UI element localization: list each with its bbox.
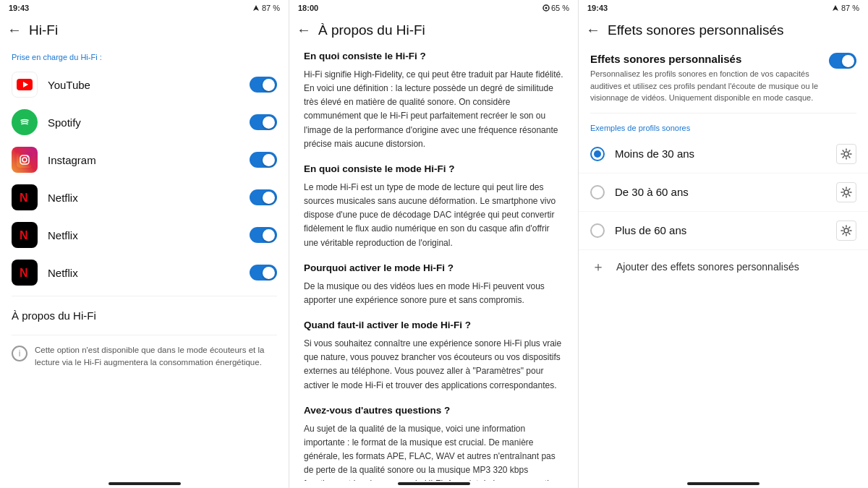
svg-point-17 <box>844 228 848 233</box>
top-bar-2: ← À propos du Hi-Fi <box>289 16 578 44</box>
faq-answer-0: Hi-Fi signifie High-Fidelity, ce qui peu… <box>304 68 563 151</box>
faq-0: En quoi consiste le Hi-Fi ? Hi-Fi signif… <box>304 50 563 151</box>
add-profile-row[interactable]: ＋ Ajouter des effets sonores personnalis… <box>579 250 868 283</box>
back-button-1[interactable]: ← <box>7 22 22 38</box>
status-icons-3: 87 % <box>831 4 859 12</box>
netflix-logo-3: N <box>17 265 33 281</box>
add-icon: ＋ <box>590 259 606 275</box>
section-label-1: Prise en charge du Hi-Fi : <box>0 44 289 66</box>
battery-1: 87 % <box>262 4 280 12</box>
app-icon-netflix-1: N <box>12 184 38 210</box>
panel-hifi: 19:43 87 % ← Hi-Fi Prise en charge du Hi… <box>0 0 289 488</box>
card-description: Personnalisez les profils sonores en fon… <box>590 68 822 104</box>
radio-0[interactable] <box>590 147 605 161</box>
toggle-netflix-1[interactable] <box>250 189 277 205</box>
time-2: 18:00 <box>298 4 318 12</box>
app-name-netflix-2: Netflix <box>48 229 239 241</box>
card-text: Effets sonores personnalisés Personnalis… <box>590 53 822 104</box>
divider-2 <box>12 335 277 335</box>
info-text: Cette option n'est disponible que dans l… <box>35 344 277 369</box>
time-3: 19:43 <box>587 4 608 12</box>
toggle-sound-effects[interactable] <box>829 53 856 69</box>
add-profile-label: Ajouter des effets sonores personnalisés <box>616 261 799 273</box>
app-name-spotify: Spotify <box>48 116 239 129</box>
svg-text:N: N <box>20 192 28 204</box>
panel1-content: Prise en charge du Hi-Fi : YouTube <box>0 44 289 481</box>
back-button-3[interactable]: ← <box>586 22 600 38</box>
app-row-netflix-2: N Netflix <box>0 216 289 254</box>
info-icon: i <box>12 346 27 361</box>
faq-answer-2: De la musique ou des vidéos lues en mode… <box>304 280 563 307</box>
netflix-logo-1: N <box>17 189 33 205</box>
page-title-1: Hi-Fi <box>29 22 58 38</box>
panel-about-hifi: 18:00 65 % ← À propos du Hi-Fi En quoi c… <box>289 0 579 488</box>
battery-3: 87 % <box>841 4 859 12</box>
netflix-logo-2: N <box>17 227 33 243</box>
app-name-netflix-3: Netflix <box>48 267 239 279</box>
instagram-logo <box>17 152 33 168</box>
faq-question-0: En quoi consiste le Hi-Fi ? <box>304 50 563 64</box>
panel-sound-effects: 19:43 87 % ← Effets sonores personnalisé… <box>579 0 868 488</box>
radio-1[interactable] <box>590 185 605 200</box>
time-1: 19:43 <box>9 4 29 12</box>
nav-indicator-3 <box>579 481 868 488</box>
radio-2[interactable] <box>590 223 605 238</box>
faq-2: Pourquoi activer le mode Hi-Fi ? De la m… <box>304 262 563 307</box>
toggle-youtube[interactable] <box>250 77 277 93</box>
toggle-netflix-3[interactable] <box>250 265 277 281</box>
svg-text:N: N <box>20 229 28 241</box>
back-button-2[interactable]: ← <box>297 22 311 38</box>
nav-bar-3 <box>687 482 760 485</box>
divider-1 <box>12 296 277 296</box>
svg-rect-3 <box>17 152 33 168</box>
faq-1: En quoi consiste le mode Hi-Fi ? Le mode… <box>304 163 563 250</box>
gear-icon-2 <box>841 225 852 236</box>
card-title: Effets sonores personnalisés <box>590 53 822 65</box>
divider-3 <box>590 113 856 114</box>
status-icons-2: 65 % <box>542 4 569 12</box>
panel2-content: En quoi consiste le Hi-Fi ? Hi-Fi signif… <box>289 44 578 481</box>
profile-row-1[interactable]: De 30 à 60 ans <box>579 174 868 212</box>
svg-point-15 <box>844 152 848 156</box>
profile-row-2[interactable]: Plus de 60 ans <box>579 212 868 250</box>
toggle-instagram[interactable] <box>250 152 277 168</box>
status-bar-2: 18:00 65 % <box>289 0 578 16</box>
status-bar-3: 19:43 87 % <box>579 0 868 16</box>
faq-question-2: Pourquoi activer le mode Hi-Fi ? <box>304 262 563 275</box>
app-row-instagram: Instagram <box>0 141 289 179</box>
info-row: i Cette option n'est disponible que dans… <box>0 340 289 374</box>
profile-row-0[interactable]: Moins de 30 ans <box>579 135 868 174</box>
app-row-netflix-1: N Netflix <box>0 179 289 216</box>
nav-bar-1 <box>109 482 181 485</box>
gear-button-1[interactable] <box>836 182 856 202</box>
gear-icon-1 <box>841 187 852 198</box>
svg-point-6 <box>27 156 28 158</box>
faq-answer-3: Si vous souhaitez connaître une expérien… <box>304 337 563 393</box>
app-name-netflix-1: Netflix <box>48 192 239 204</box>
svg-point-16 <box>844 190 848 194</box>
spotify-logo <box>17 114 33 130</box>
toggle-spotify[interactable] <box>250 114 277 130</box>
nav-icon-3 <box>831 4 840 12</box>
profile-name-1: De 30 à 60 ans <box>615 186 826 198</box>
gear-button-2[interactable] <box>836 221 856 241</box>
faq-question-3: Quand faut-il activer le mode Hi-Fi ? <box>304 319 563 333</box>
app-name-youtube: YouTube <box>48 79 239 91</box>
faq-question-1: En quoi consiste le mode Hi-Fi ? <box>304 163 563 176</box>
about-hifi-link[interactable]: À propos du Hi-Fi <box>0 301 289 330</box>
panel3-content: Effets sonores personnalisés Personnalis… <box>579 44 868 481</box>
page-title-3: Effets sonores personnalisés <box>608 22 784 38</box>
svg-point-14 <box>545 7 547 9</box>
nav-icon <box>252 4 260 12</box>
gear-icon-0 <box>841 148 852 160</box>
faq-4: Avez-vous d'autres questions ? Au sujet … <box>304 404 563 481</box>
app-row-netflix-3: N Netflix <box>0 254 289 291</box>
toggle-netflix-2[interactable] <box>250 227 277 243</box>
nav-bar-2 <box>398 482 470 485</box>
gear-button-0[interactable] <box>836 144 856 164</box>
app-row-youtube: YouTube <box>0 66 289 103</box>
nav-indicator-2 <box>289 481 578 488</box>
app-name-instagram: Instagram <box>48 154 239 166</box>
app-row-spotify: Spotify <box>0 103 289 141</box>
profiles-label: Exemples de profils sonores <box>579 118 868 135</box>
